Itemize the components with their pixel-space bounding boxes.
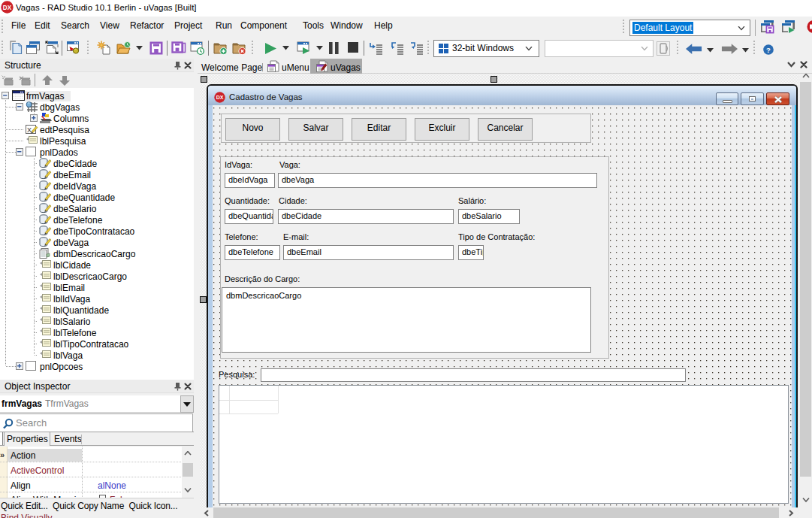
svg-text:X: X bbox=[27, 126, 32, 134]
svg-text:?: ? bbox=[766, 46, 771, 54]
svg-text:DX: DX bbox=[3, 5, 12, 11]
svg-text:DX: DX bbox=[216, 95, 224, 100]
